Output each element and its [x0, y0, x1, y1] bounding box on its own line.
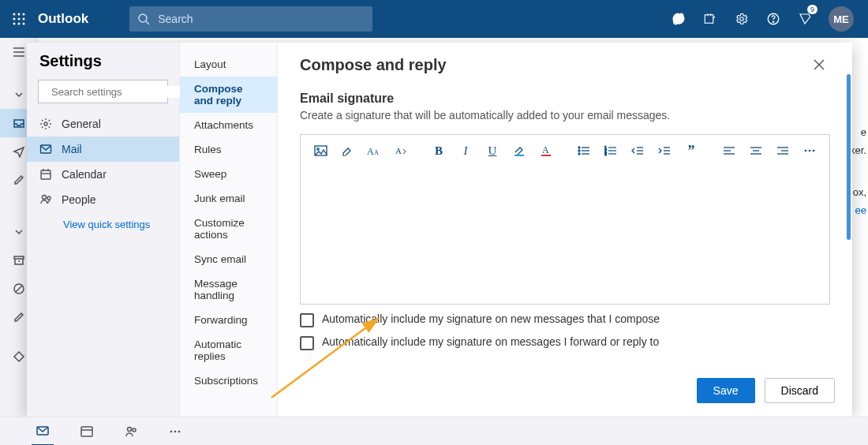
mail-icon: [39, 143, 52, 155]
checkbox-forward-reply[interactable]: Automatically include my signature on me…: [300, 335, 830, 350]
category-attachments[interactable]: Attachments: [180, 113, 277, 137]
category-layout[interactable]: Layout: [180, 52, 277, 77]
category-sync-email[interactable]: Sync email: [180, 247, 277, 271]
svg-point-23: [44, 122, 47, 125]
close-button[interactable]: [808, 54, 830, 76]
more-options-icon[interactable]: [799, 140, 820, 161]
signature-editor[interactable]: AA A B I U A 123 ”: [300, 134, 830, 305]
svg-point-34: [316, 148, 319, 151]
align-center-icon[interactable]: [746, 140, 766, 161]
category-subscriptions[interactable]: Subscriptions: [180, 368, 277, 393]
svg-point-68: [805, 150, 807, 152]
svg-point-70: [813, 150, 815, 152]
bullet-list-icon[interactable]: [574, 140, 594, 161]
save-button[interactable]: Save: [697, 378, 755, 403]
numbered-list-icon[interactable]: 123: [600, 140, 621, 161]
svg-text:3: 3: [604, 151, 607, 156]
svg-point-75: [128, 427, 132, 431]
settings-icon[interactable]: [726, 0, 758, 38]
insert-image-icon[interactable]: [310, 140, 331, 161]
email-signature-desc: Create a signature that will be automati…: [300, 109, 830, 122]
svg-point-8: [23, 23, 25, 25]
app-header: Outlook 9 ME: [0, 0, 868, 38]
settings-nav-people[interactable]: People: [27, 187, 179, 212]
checkbox-icon[interactable]: [300, 336, 314, 350]
search-icon: [137, 13, 150, 25]
align-left-icon[interactable]: [719, 140, 739, 161]
underline-icon[interactable]: U: [482, 140, 503, 161]
font-color-icon[interactable]: A: [536, 140, 556, 161]
settings-nav-mail[interactable]: Mail: [27, 136, 179, 162]
taskbar-more-icon[interactable]: [164, 429, 186, 434]
category-compose-and-reply[interactable]: Compose and reply: [180, 77, 277, 113]
settings-nav-calendar[interactable]: Calendar: [27, 162, 179, 187]
category-rules[interactable]: Rules: [180, 137, 277, 162]
view-quick-settings-link[interactable]: View quick settings: [27, 212, 179, 230]
avatar[interactable]: ME: [829, 6, 854, 32]
category-message-handling[interactable]: Message handling: [180, 271, 277, 308]
checkbox-icon[interactable]: [300, 313, 314, 327]
svg-rect-73: [81, 427, 92, 436]
people-icon: [39, 193, 52, 206]
settings-title: Settings: [27, 52, 179, 80]
page-title: Compose and reply: [300, 56, 447, 74]
category-automatic-replies[interactable]: Automatic replies: [180, 332, 277, 368]
quote-icon[interactable]: ”: [681, 140, 702, 161]
settings-modal: Settings General Mail Calendar People: [27, 43, 852, 417]
svg-point-5: [23, 18, 25, 21]
skype-icon[interactable]: [663, 0, 694, 38]
svg-text:A: A: [367, 146, 374, 156]
align-right-icon[interactable]: [773, 140, 793, 161]
svg-point-69: [809, 150, 811, 152]
taskbar-mail-icon[interactable]: [32, 417, 54, 446]
signature-textarea[interactable]: [301, 166, 829, 304]
settings-nav-label: General: [62, 118, 101, 130]
italic-icon[interactable]: I: [455, 140, 476, 161]
settings-nav-general[interactable]: General: [27, 111, 179, 136]
search-input[interactable]: [158, 13, 365, 25]
taskbar-people-icon[interactable]: [120, 424, 142, 439]
notes-icon[interactable]: [694, 0, 726, 38]
svg-point-2: [23, 13, 25, 16]
svg-rect-40: [541, 155, 551, 156]
category-junk-email[interactable]: Junk email: [180, 186, 277, 211]
indent-icon[interactable]: [654, 140, 675, 161]
category-customize-actions[interactable]: Customize actions: [180, 211, 277, 247]
svg-point-45: [578, 153, 580, 155]
discard-button[interactable]: Discard: [765, 378, 835, 403]
notification-badge: 9: [807, 5, 817, 14]
svg-point-9: [139, 14, 147, 22]
svg-point-7: [18, 23, 21, 25]
category-sweep[interactable]: Sweep: [180, 162, 277, 186]
highlight-icon[interactable]: [337, 140, 357, 161]
font-size-dropdown-icon[interactable]: A: [391, 140, 411, 161]
svg-point-14: [773, 21, 773, 22]
svg-point-76: [133, 428, 136, 432]
settings-search[interactable]: [38, 80, 168, 103]
outdent-icon[interactable]: [627, 140, 648, 161]
bottom-taskbar: [0, 417, 868, 445]
svg-text:A: A: [395, 146, 402, 155]
settings-left-panel: Settings General Mail Calendar People: [27, 43, 180, 417]
settings-main-panel: Compose and reply Email signature Create…: [278, 43, 852, 417]
scrollbar-thumb[interactable]: [847, 74, 851, 240]
notifications-icon[interactable]: 9: [789, 0, 821, 38]
settings-nav-label: Mail: [62, 143, 82, 155]
global-search[interactable]: [129, 6, 372, 32]
taskbar-calendar-icon[interactable]: [76, 424, 98, 439]
svg-rect-11: [705, 15, 713, 24]
brand-label: Outlook: [38, 11, 88, 27]
svg-point-78: [174, 430, 177, 432]
settings-search-input[interactable]: [51, 86, 184, 98]
settings-categories: Layout Compose and reply Attachments Rul…: [180, 43, 278, 417]
text-highlight-color-icon[interactable]: [509, 140, 529, 161]
font-size-icon[interactable]: AA: [364, 140, 384, 161]
help-icon[interactable]: [758, 0, 789, 38]
gear-icon: [39, 118, 52, 130]
app-launcher-icon[interactable]: [6, 6, 32, 32]
bold-icon[interactable]: B: [428, 140, 449, 161]
category-forwarding[interactable]: Forwarding: [180, 308, 277, 332]
checkbox-new-messages[interactable]: Automatically include my signature on ne…: [300, 312, 830, 327]
svg-text:A: A: [374, 149, 379, 156]
svg-point-30: [47, 196, 51, 200]
